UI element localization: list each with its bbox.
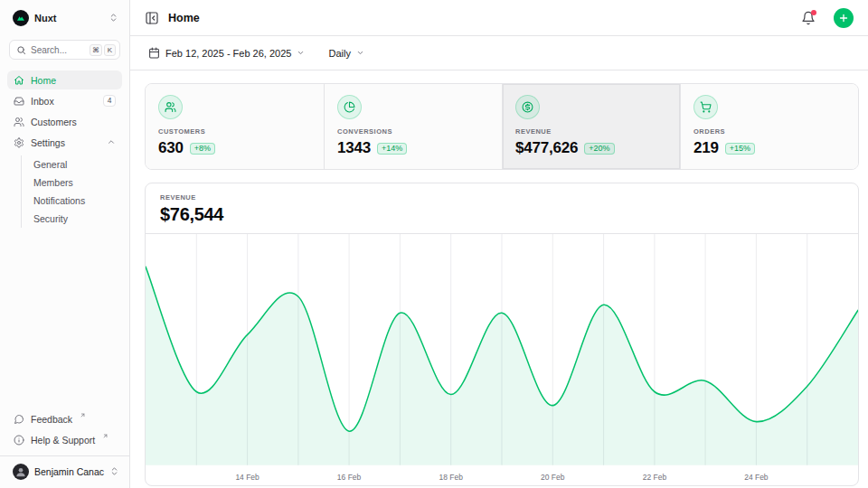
- pie-chart-icon: [337, 95, 362, 119]
- stat-card-orders[interactable]: ORDERS 219 +15%: [680, 84, 858, 169]
- search-icon: [16, 45, 26, 55]
- nuxt-logo-icon: [13, 10, 29, 26]
- calendar-icon: [148, 47, 160, 59]
- user-name: Benjamin Canac: [34, 466, 104, 477]
- stat-card-customers[interactable]: CUSTOMERS 630 +8%: [146, 84, 324, 169]
- sidebar-item-members[interactable]: Members: [22, 174, 122, 192]
- inbox-icon: [14, 96, 24, 107]
- stat-delta-badge: +8%: [190, 143, 215, 155]
- stat-delta-badge: +20%: [584, 143, 614, 155]
- external-link-icon: [102, 430, 108, 441]
- sidebar-item-label: Help & Support: [31, 435, 95, 446]
- topbar: Home: [130, 0, 868, 36]
- notification-dot: [811, 10, 816, 15]
- svg-text:20 Feb: 20 Feb: [541, 472, 565, 481]
- sidebar-item-customers[interactable]: Customers: [7, 112, 122, 131]
- sidebar-item-help-support[interactable]: Help & Support: [7, 430, 122, 449]
- inbox-count-badge: 4: [103, 95, 116, 107]
- add-button[interactable]: [834, 8, 854, 28]
- panel-left-close-icon: [145, 11, 159, 25]
- svg-text:24 Feb: 24 Feb: [744, 472, 769, 481]
- chevron-up-icon: [107, 137, 116, 148]
- kbd-k: K: [104, 44, 116, 56]
- stats-grid: CUSTOMERS 630 +8% CONVERSIONS 1343 +14%: [145, 83, 859, 170]
- chat-bubble-icon: [14, 414, 24, 425]
- stat-label: REVENUE: [515, 127, 667, 136]
- dashboard-app: Nuxt Search... ⌘ K Home Inbox 4: [0, 0, 868, 488]
- sidebar-item-label: Home: [31, 75, 116, 86]
- sidebar-divider: [0, 455, 129, 456]
- sidebar-item-inbox[interactable]: Inbox 4: [7, 91, 122, 110]
- chevron-up-down-icon: [109, 464, 119, 480]
- workspace-switcher[interactable]: Nuxt: [7, 8, 122, 28]
- user-menu[interactable]: Benjamin Canac: [7, 461, 122, 483]
- sidebar-item-security[interactable]: Security: [22, 210, 122, 228]
- sidebar-item-label: Settings: [31, 137, 100, 148]
- chevron-down-icon: [297, 49, 305, 57]
- stat-value: 630: [158, 139, 184, 157]
- content-area: CUSTOMERS 630 +8% CONVERSIONS 1343 +14%: [130, 70, 868, 488]
- period-label: Daily: [328, 48, 350, 59]
- main-panel: Home Feb 12, 2025 - Feb 26, 2025 Daily: [130, 0, 868, 488]
- revenue-chart-card: REVENUE $76,544 14 Feb16 Feb18 Feb20 Feb…: [145, 183, 859, 486]
- sidebar-footer-nav: Feedback Help & Support: [7, 409, 122, 449]
- page-title: Home: [168, 12, 792, 24]
- stat-label: ORDERS: [693, 127, 845, 136]
- info-circle-icon: [14, 435, 24, 446]
- stat-label: CONVERSIONS: [337, 127, 489, 136]
- period-select[interactable]: Daily: [325, 44, 367, 62]
- notifications-button[interactable]: [801, 11, 816, 25]
- chevron-down-icon: [356, 49, 364, 57]
- kbd-cmd: ⌘: [90, 44, 102, 56]
- stat-label: CUSTOMERS: [158, 127, 311, 136]
- sidebar-item-label: Feedback: [31, 414, 72, 425]
- filter-toolbar: Feb 12, 2025 - Feb 26, 2025 Daily: [130, 36, 868, 70]
- cart-icon: [693, 95, 718, 119]
- revenue-chart: 14 Feb16 Feb18 Feb20 Feb22 Feb24 Feb: [146, 234, 858, 485]
- users-icon: [158, 95, 183, 119]
- stat-delta-badge: +14%: [377, 143, 407, 155]
- users-icon: [14, 117, 24, 127]
- stat-value: 219: [693, 139, 719, 157]
- home-icon: [14, 75, 24, 86]
- gear-icon: [14, 137, 24, 148]
- sidebar-item-home[interactable]: Home: [7, 70, 122, 89]
- stat-card-conversions[interactable]: CONVERSIONS 1343 +14%: [324, 84, 502, 169]
- svg-text:18 Feb: 18 Feb: [439, 472, 463, 481]
- sidebar-item-feedback[interactable]: Feedback: [7, 409, 122, 428]
- svg-text:14 Feb: 14 Feb: [235, 472, 259, 481]
- sidebar-nav: Home Inbox 4 Customers Settings General: [7, 70, 122, 228]
- date-range-label: Feb 12, 2025 - Feb 26, 2025: [165, 48, 291, 59]
- sidebar-item-label: Customers: [31, 117, 116, 127]
- sidebar-item-settings[interactable]: Settings: [7, 133, 122, 152]
- sidebar-spacer: [7, 228, 122, 409]
- stat-value: 1343: [337, 139, 371, 157]
- stat-card-revenue[interactable]: REVENUE $477,626 +20%: [502, 84, 680, 169]
- chart-plot-area[interactable]: 14 Feb16 Feb18 Feb20 Feb22 Feb24 Feb: [146, 234, 858, 485]
- external-link-icon: [80, 409, 86, 420]
- sidebar-item-notifications[interactable]: Notifications: [22, 192, 122, 210]
- search-shortcut: ⌘ K: [90, 44, 116, 56]
- avatar: [13, 464, 29, 480]
- dollar-circle-icon: [515, 95, 540, 119]
- workspace-name: Nuxt: [34, 13, 103, 23]
- svg-text:22 Feb: 22 Feb: [643, 472, 667, 481]
- svg-text:16 Feb: 16 Feb: [337, 472, 362, 481]
- plus-icon: [838, 13, 849, 23]
- chart-header: REVENUE $76,544: [146, 183, 858, 234]
- stat-delta-badge: +15%: [725, 143, 755, 155]
- sidebar-item-label: Inbox: [31, 96, 97, 107]
- chart-title: REVENUE: [160, 193, 844, 202]
- search-input[interactable]: Search... ⌘ K: [9, 40, 120, 60]
- chart-current-value: $76,544: [160, 204, 844, 225]
- chevron-up-down-icon: [108, 10, 118, 26]
- settings-submenu: General Members Notifications Security: [21, 155, 122, 228]
- sidebar-collapse-button[interactable]: [145, 11, 159, 25]
- sidebar-item-general[interactable]: General: [22, 155, 122, 174]
- sidebar: Nuxt Search... ⌘ K Home Inbox 4: [0, 0, 130, 488]
- date-range-picker[interactable]: Feb 12, 2025 - Feb 26, 2025: [145, 43, 308, 62]
- stat-value: $477,626: [515, 139, 578, 157]
- search-placeholder: Search...: [31, 45, 85, 55]
